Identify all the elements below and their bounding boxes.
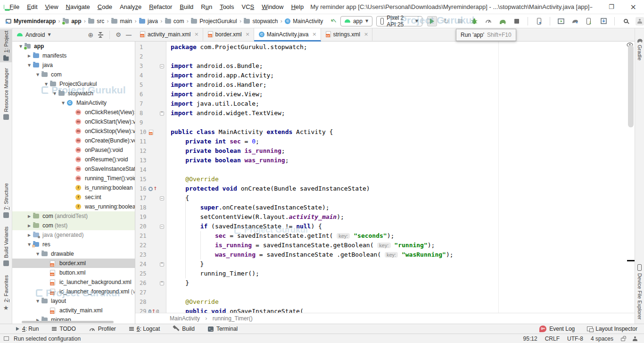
toolwindow-profiler[interactable]: Profiler xyxy=(89,326,116,332)
sync-project-icon[interactable] xyxy=(571,17,579,25)
gear-icon[interactable]: ⚙ xyxy=(116,31,121,38)
code-line[interactable]: import android.os.Handler; xyxy=(171,80,627,90)
menu-refactor[interactable]: Refactor xyxy=(145,3,176,10)
apply-code-changes-icon[interactable] xyxy=(456,17,464,25)
menu-vcs[interactable]: VCS xyxy=(238,3,258,10)
breadcrumb-method[interactable]: running_Timer() xyxy=(213,315,253,322)
code-line[interactable]: import android.widget.TextView; xyxy=(171,109,627,118)
code-line[interactable]: } xyxy=(171,259,627,269)
menu-tools[interactable]: Tools xyxy=(216,3,238,10)
fold-open-icon[interactable]: − xyxy=(160,225,164,229)
collapse-arrow-icon[interactable]: ▼ xyxy=(25,63,33,67)
tab-MainActivity.java[interactable]: CMainActivity.java× xyxy=(254,28,321,42)
profile-icon[interactable] xyxy=(484,17,493,25)
tree-row[interactable]: ▶manifests xyxy=(12,51,135,60)
stripe-item-resource-manager[interactable]: Resource Manager xyxy=(0,64,12,124)
menu-view[interactable]: View xyxy=(41,3,62,10)
tree-row[interactable]: ▶java (generated) xyxy=(12,230,135,240)
menu-window[interactable]: Window xyxy=(258,3,287,10)
close-icon[interactable]: × xyxy=(364,31,368,37)
tree-row[interactable]: ▶com (test) xyxy=(12,221,135,230)
code-editor[interactable]: 123−45678^910111213141516↑17−181920−2122… xyxy=(135,42,635,313)
close-button[interactable]: × xyxy=(630,2,636,11)
ide-profile-icon[interactable] xyxy=(633,336,637,341)
tree-row[interactable]: fwas_running:boolean xyxy=(12,202,135,211)
stripe-item-build-variants[interactable]: Build Variants xyxy=(0,223,12,270)
tree-row[interactable]: button.xml xyxy=(12,268,135,277)
sdk-manager-icon[interactable] xyxy=(599,17,608,25)
lock-icon[interactable] xyxy=(621,338,625,341)
close-icon[interactable]: × xyxy=(312,31,316,37)
breadcrumb-item-mainactivity[interactable]: CMainActivity xyxy=(284,17,324,25)
stripe-item-gradle[interactable]: Gradle xyxy=(635,31,644,67)
menu-edit[interactable]: Edit xyxy=(23,3,41,10)
fold-close-icon[interactable]: ^ xyxy=(160,111,164,116)
code-line[interactable]: if (savedInstanceState != null) { xyxy=(171,222,627,231)
override-icon[interactable] xyxy=(149,310,151,313)
expand-arrow-icon[interactable]: ▶ xyxy=(25,54,33,58)
breadcrumb-item-java[interactable]: java xyxy=(138,17,159,25)
device-manager-icon[interactable] xyxy=(535,17,543,25)
tree-row[interactable]: ▼com xyxy=(12,70,135,79)
avatar-icon[interactable] xyxy=(636,17,644,25)
fold-close-icon[interactable]: ^ xyxy=(160,262,164,267)
tree-row[interactable]: border.xml xyxy=(12,259,135,268)
tree-row[interactable]: ic_launcher_background.xml xyxy=(12,277,135,287)
close-icon[interactable]: × xyxy=(194,31,198,37)
fold-open-icon[interactable]: − xyxy=(160,196,164,201)
code-line[interactable] xyxy=(171,52,627,61)
tree-row[interactable]: ▼res xyxy=(12,240,135,249)
run-configuration-select[interactable]: app ▼ xyxy=(340,16,372,26)
tree-row[interactable]: monPause():void xyxy=(12,145,135,155)
collapse-arrow-icon[interactable]: ▼ xyxy=(59,101,67,105)
line-ending[interactable]: CRLF xyxy=(545,335,560,342)
debug-icon[interactable] xyxy=(470,17,479,25)
code-line[interactable]: is_running = savedInstanceState.getBoole… xyxy=(171,241,627,250)
collapse-arrow-icon[interactable]: ▼ xyxy=(51,92,58,96)
collapse-arrow-icon[interactable]: ▼ xyxy=(34,73,41,77)
tree-row[interactable]: ▼stopwatch xyxy=(12,89,135,98)
tree-row[interactable]: mrunning_Timer():void xyxy=(12,174,135,183)
tree-row[interactable]: monResume():void xyxy=(12,155,135,164)
stop-icon[interactable] xyxy=(512,17,521,25)
tree-row[interactable]: activity_main.xml xyxy=(12,306,135,315)
code-line[interactable]: import android.view.View; xyxy=(171,90,627,99)
code-line[interactable]: import android.os.Bundle; xyxy=(171,61,627,71)
code-line[interactable]: { xyxy=(171,193,627,203)
stripe-item-7-structure[interactable]: 7: Structure xyxy=(0,179,12,222)
menu-code[interactable]: Code xyxy=(94,3,116,10)
breadcrumb-item-main[interactable]: main xyxy=(110,17,133,25)
tree-row[interactable]: ic_launcher_foreground.xml (v24) xyxy=(12,287,135,296)
menu-run[interactable]: Run xyxy=(197,3,216,10)
project-view-mode[interactable]: Android xyxy=(25,32,45,38)
toolwindow-4-run[interactable]: 4: Run xyxy=(16,326,39,332)
code-line[interactable]: running_Timer(); xyxy=(171,269,627,278)
tree-row[interactable]: monCreate(Bundle):void xyxy=(12,136,135,145)
breadcrumb-class[interactable]: MainActivity xyxy=(170,315,200,322)
collapse-arrow-icon[interactable]: ▼ xyxy=(42,82,50,86)
code-line[interactable]: was_running = savedInstanceState .getBoo… xyxy=(171,250,627,259)
code-line[interactable]: package com.ProjectGurukul.stopwatch; xyxy=(171,42,627,52)
stripe-item-2-favorites[interactable]: 2: Favorites★ xyxy=(0,271,12,316)
code-line[interactable] xyxy=(171,165,627,175)
code-line[interactable]: private boolean was_running; xyxy=(171,156,627,165)
collapse-all-icon[interactable] xyxy=(98,32,104,38)
gradle-sync-icon[interactable] xyxy=(498,17,507,25)
minimize-button[interactable]: – xyxy=(589,3,593,10)
override-icon[interactable] xyxy=(149,187,153,191)
toolwindow-todo[interactable]: TODO xyxy=(52,326,75,332)
code-line[interactable]: sec = savedInstanceState.getInt( key: "s… xyxy=(171,231,627,241)
run-button[interactable] xyxy=(427,16,437,26)
code-line[interactable]: import java.util.Locale; xyxy=(171,99,627,109)
breadcrumb-item-src[interactable]: src xyxy=(87,17,105,25)
breadcrumb-item-projectgurukul[interactable]: ProjectGurukul xyxy=(190,17,238,25)
sync-arrow-icon[interactable]: ↰ xyxy=(329,16,339,26)
file-encoding[interactable]: UTF-8 xyxy=(567,335,583,342)
run-device-icon[interactable] xyxy=(557,17,565,25)
stripe-item-1-project[interactable]: 1: Project xyxy=(0,29,12,62)
tree-row[interactable]: monSaveInstanceState(Bundle):void xyxy=(12,164,135,174)
tab-activity_main.xml[interactable]: activity_main.xml× xyxy=(135,28,203,42)
collapse-arrow-icon[interactable]: ▼ xyxy=(34,252,41,256)
apply-changes-icon[interactable]: ↻ xyxy=(442,17,450,25)
code-line[interactable]: protected void onCreate(Bundle savedInst… xyxy=(171,184,627,193)
